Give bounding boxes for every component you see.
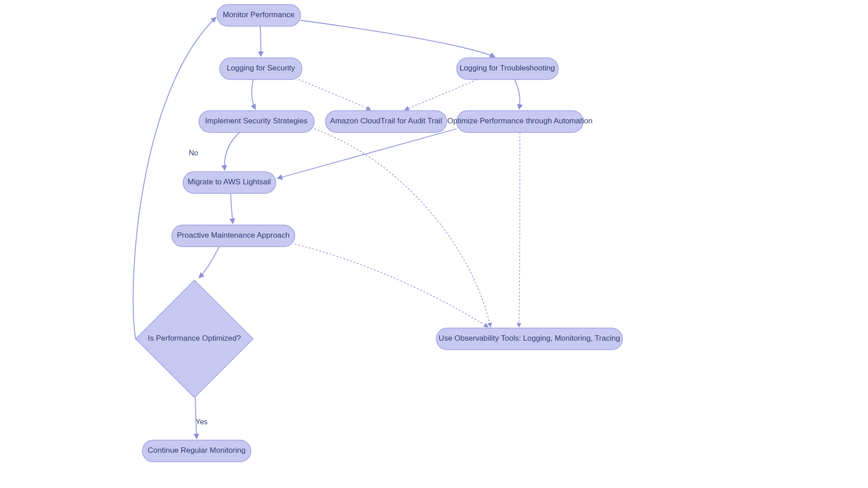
node-label: Continue Regular Monitoring xyxy=(148,446,245,455)
node-label: Implement Security Strategies xyxy=(205,117,308,125)
edge-monitor-to-logtrbl xyxy=(301,20,495,57)
node-proactive-maintenance: Proactive Maintenance Approach xyxy=(172,225,295,247)
edge-optauto-to-obstools xyxy=(519,132,520,327)
node-label: Use Observability Tools: Logging, Monito… xyxy=(439,334,620,343)
edge-proactive-to-obstools xyxy=(295,244,488,327)
edge-optauto-to-migrate xyxy=(277,129,457,178)
edge-impsec-to-obstools xyxy=(314,129,491,327)
node-continue-monitoring: Continue Regular Monitoring xyxy=(142,440,251,462)
edge-proactive-to-decision xyxy=(199,247,219,278)
node-cloudtrail: Amazon CloudTrail for Audit Trail xyxy=(326,111,447,132)
edge-label-no: No xyxy=(189,149,198,157)
node-label: Is Performance Optimized? xyxy=(148,334,241,343)
node-label: Optimize Performance through Automation xyxy=(447,117,592,125)
edge-impsec-to-migrate xyxy=(225,132,240,170)
edge-logsec-to-cloudtrail xyxy=(298,80,371,110)
node-logging-troubleshooting: Logging for Troubleshooting xyxy=(457,58,558,80)
node-label: Proactive Maintenance Approach xyxy=(177,231,290,239)
edge-migrate-to-proactive xyxy=(231,193,233,224)
edge-logsec-to-impsec xyxy=(252,80,255,109)
node-optimize-automation: Optimize Performance through Automation xyxy=(447,111,592,132)
node-logging-security: Logging for Security xyxy=(220,58,302,80)
node-migrate-lightsail: Migrate to AWS Lightsail xyxy=(183,172,276,193)
node-label: Amazon CloudTrail for Audit Trail xyxy=(330,117,442,125)
node-observability-tools: Use Observability Tools: Logging, Monito… xyxy=(436,328,623,350)
node-label: Monitor Performance xyxy=(223,10,295,19)
edge-label-yes: Yes xyxy=(196,418,208,426)
edge-logtrbl-to-optauto xyxy=(514,80,520,109)
node-implement-security: Implement Security Strategies xyxy=(199,111,314,132)
node-label: Logging for Security xyxy=(226,64,295,72)
node-monitor-performance: Monitor Performance xyxy=(217,5,301,26)
node-decision-optimized: Is Performance Optimized? xyxy=(136,280,253,398)
node-label: Logging for Troubleshooting xyxy=(460,64,555,72)
edge-monitor-to-logsec xyxy=(260,26,261,56)
flowchart-canvas: Monitor Performance Logging for Security… xyxy=(0,0,868,488)
edge-logtrbl-to-cloudtrail xyxy=(405,80,477,110)
node-label: Migrate to AWS Lightsail xyxy=(188,178,271,186)
